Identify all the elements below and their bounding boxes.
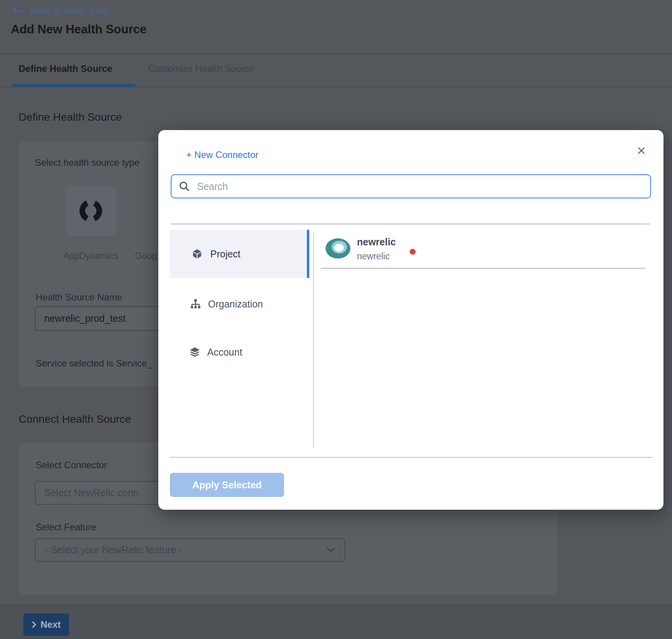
source-type-appdynamics-tile[interactable]: [65, 185, 116, 236]
new-connector-link[interactable]: + New Connector: [186, 149, 258, 160]
next-button[interactable]: Next: [23, 613, 69, 636]
active-tab-underline: [12, 84, 135, 87]
screen: Back to Verify Step Add New Health Sourc…: [0, 0, 672, 639]
next-button-label: Next: [40, 619, 61, 630]
org-chart-icon: [190, 299, 201, 309]
select-type-label: Select health source type: [35, 157, 140, 168]
service-selected-note: Service selected is Service_: [36, 358, 152, 369]
appdynamics-caption: AppDynamics: [55, 251, 127, 261]
select-feature-label: Select Feature: [36, 522, 96, 533]
layers-icon: [189, 347, 200, 358]
cube-icon: [192, 248, 203, 259]
connector-select-modal: + New Connector Project: [158, 130, 663, 510]
modal-bottom-divider: [170, 457, 653, 458]
scope-item-project[interactable]: Project: [170, 230, 309, 278]
back-to-verify-link[interactable]: Back to Verify Step: [30, 5, 109, 16]
scope-item-account[interactable]: Account: [170, 332, 309, 372]
newrelic-logo: [325, 238, 352, 259]
select-feature-dropdown[interactable]: - Select your NewRelic feature -: [35, 538, 345, 562]
connector-row-divider: [321, 268, 645, 269]
header-divider: [0, 53, 672, 54]
chevron-right-icon: [31, 621, 36, 629]
define-section-heading: Define Health Source: [19, 111, 122, 123]
back-arrow-icon: [11, 7, 24, 15]
scope-item-label: Account: [207, 347, 242, 358]
status-dot: [410, 249, 416, 255]
scope-item-organization[interactable]: Organization: [170, 284, 309, 324]
page-footer: Next: [0, 603, 672, 639]
sidebar-divider: [313, 232, 314, 448]
search-field[interactable]: [171, 174, 651, 198]
connector-row-newrelic[interactable]: newrelic newrelic: [321, 232, 645, 267]
tabstrip-divider: [0, 87, 672, 87]
close-button[interactable]: [635, 144, 648, 157]
google-caption-partial: Goog: [135, 251, 157, 261]
tab-define-health-source[interactable]: Define Health Source: [19, 63, 112, 74]
search-input[interactable]: [196, 181, 650, 193]
health-source-name-label: Health Source Name: [36, 292, 122, 303]
tab-customize-health-source[interactable]: Customize Health Source: [149, 63, 254, 74]
modal-top-divider: [171, 224, 649, 224]
page-title: Add New Health Source: [11, 23, 147, 36]
apply-selected-button[interactable]: Apply Selected: [170, 473, 284, 497]
connector-id: newrelic: [357, 251, 390, 262]
scope-item-label: Project: [210, 248, 241, 260]
search-icon: [178, 181, 190, 192]
appdynamics-icon: [77, 197, 104, 224]
select-connector-label: Select Connector: [36, 460, 107, 471]
feature-placeholder: - Select your NewRelic feature -: [45, 544, 182, 556]
scope-item-label: Organization: [208, 299, 263, 310]
chevron-down-icon: [327, 547, 335, 552]
connect-section-heading: Connect Health Source: [19, 413, 131, 425]
close-icon: [637, 146, 646, 156]
connector-name: newrelic: [357, 236, 396, 248]
back-link-row[interactable]: Back to Verify Step: [11, 5, 109, 16]
apply-selected-label: Apply Selected: [192, 479, 262, 491]
